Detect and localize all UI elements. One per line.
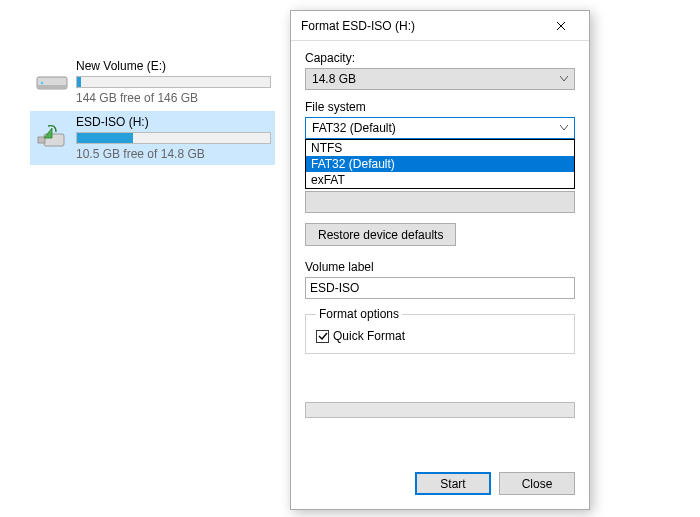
drive-free-text: 144 GB free of 146 GB: [76, 91, 271, 105]
start-button[interactable]: Start: [415, 472, 491, 495]
close-button[interactable]: [541, 13, 581, 39]
drive-free-text: 10.5 GB free of 14.8 GB: [76, 147, 271, 161]
quick-format-label: Quick Format: [333, 329, 405, 343]
dropdown-option[interactable]: exFAT: [306, 172, 574, 188]
format-dialog: Format ESD-ISO (H:) Capacity: 14.8 GB Fi…: [290, 10, 590, 510]
volume-label-label: Volume label: [305, 260, 575, 274]
drive-name: New Volume (E:): [76, 59, 271, 73]
filesystem-label: File system: [305, 100, 575, 114]
check-icon: [318, 331, 328, 341]
chevron-down-icon: [560, 76, 568, 82]
capacity-value: 14.8 GB: [312, 72, 356, 86]
capacity-label: Capacity:: [305, 51, 575, 65]
chevron-down-icon: [560, 125, 568, 131]
dialog-title: Format ESD-ISO (H:): [301, 19, 541, 33]
close-icon: [556, 21, 566, 31]
format-progress-bar: [305, 402, 575, 418]
format-options-label: Format options: [316, 307, 402, 321]
capacity-select[interactable]: 14.8 GB: [305, 68, 575, 90]
titlebar[interactable]: Format ESD-ISO (H:): [291, 11, 589, 41]
format-options-group: Format options Quick Format: [305, 307, 575, 354]
hdd-icon: [34, 64, 70, 100]
allocation-unit-select[interactable]: [305, 191, 575, 213]
svg-rect-1: [37, 85, 67, 89]
dropdown-option[interactable]: FAT32 (Default): [306, 156, 574, 172]
drive-list: New Volume (E:) 144 GB free of 146 GB ES…: [30, 55, 275, 167]
volume-label-input[interactable]: [305, 277, 575, 299]
filesystem-dropdown: NTFS FAT32 (Default) exFAT: [305, 139, 575, 189]
drive-item[interactable]: New Volume (E:) 144 GB free of 146 GB: [30, 55, 275, 109]
usb-icon: [34, 120, 70, 156]
filesystem-value: FAT32 (Default): [312, 121, 396, 135]
close-dialog-button[interactable]: Close: [499, 472, 575, 495]
filesystem-select[interactable]: FAT32 (Default) NTFS FAT32 (Default) exF…: [305, 117, 575, 139]
dropdown-option[interactable]: NTFS: [306, 140, 574, 156]
capacity-bar: [76, 76, 271, 88]
restore-defaults-button[interactable]: Restore device defaults: [305, 223, 456, 246]
drive-item[interactable]: ESD-ISO (H:) 10.5 GB free of 14.8 GB: [30, 111, 275, 165]
drive-name: ESD-ISO (H:): [76, 115, 271, 129]
capacity-bar: [76, 132, 271, 144]
svg-point-2: [41, 82, 43, 84]
quick-format-checkbox[interactable]: [316, 330, 329, 343]
